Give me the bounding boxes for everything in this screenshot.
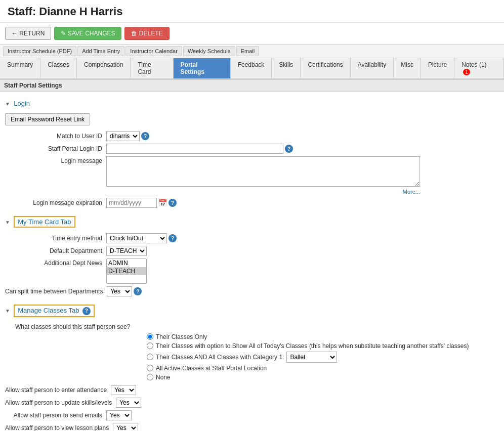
- allow-lesson-row: Allow staff person to view lesson plans …: [5, 423, 499, 432]
- manage-classes-help[interactable]: ?: [82, 307, 91, 315]
- calendar-icon[interactable]: 📅: [158, 199, 167, 207]
- match-user-id-row: Match to User ID diharris ?: [5, 131, 499, 141]
- can-split-select[interactable]: Yes No: [107, 286, 132, 296]
- delete-button[interactable]: 🗑 DELETE: [124, 27, 169, 40]
- radio-show-all-input[interactable]: [147, 342, 153, 349]
- login-message-label: Login message: [5, 156, 106, 164]
- toolbar-link-instructor-schedule[interactable]: Instructor Schedule (PDF): [3, 46, 76, 56]
- default-dept-select[interactable]: D-TEACH: [106, 246, 147, 256]
- time-entry-help[interactable]: ?: [169, 234, 177, 242]
- time-entry-select[interactable]: Clock In/Out: [106, 233, 167, 243]
- radio-all-active-label: All Active Classes at Staff Portal Locat…: [156, 365, 267, 372]
- radio-none: None: [147, 374, 499, 381]
- login-message-textarea[interactable]: [106, 156, 420, 187]
- allow-lesson-label: Allow staff person to view lesson plans: [5, 424, 113, 432]
- radio-their-classes-only-label: Their Classes Only: [156, 333, 207, 340]
- radio-none-input[interactable]: [147, 374, 153, 380]
- allow-emails-label: Allow staff person to send emails: [5, 412, 106, 419]
- additional-dept-label: Additional Dept News: [5, 258, 106, 267]
- match-user-id-select[interactable]: diharris: [106, 131, 140, 141]
- radio-their-classes-only: Their Classes Only: [147, 333, 499, 340]
- notes-badge: 1: [463, 69, 470, 75]
- login-expiration-row: Login message expiration 📅 ?: [5, 198, 499, 208]
- time-card-section: ▼ My Time Card Tab Time entry method Clo…: [5, 213, 499, 296]
- return-button[interactable]: ← RETURN: [5, 27, 51, 40]
- tab-notes[interactable]: Notes (1) 1: [454, 58, 504, 78]
- radio-all-active: All Active Classes at Staff Portal Locat…: [147, 365, 499, 372]
- time-card-collapse-arrow[interactable]: ▼: [5, 220, 10, 225]
- radio-category: Their Classes AND All Classes with Categ…: [147, 352, 499, 363]
- match-user-id-label: Match to User ID: [5, 133, 106, 140]
- save-button[interactable]: ✎ SAVE CHANGES: [54, 27, 121, 40]
- radio-all-active-input[interactable]: [147, 365, 153, 371]
- staff-portal-login-row: Staff Portal Login ID ?: [5, 144, 499, 154]
- tab-classes[interactable]: Classes: [40, 58, 77, 78]
- toolbar-link-add-time-entry[interactable]: Add Time Entry: [77, 46, 124, 56]
- allow-attendance-label: Allow staff person to enter attendance: [5, 386, 111, 394]
- classes-question: What classes should this staff person se…: [15, 323, 499, 330]
- login-expiration-label: Login message expiration: [5, 199, 106, 206]
- tab-feedback[interactable]: Feedback: [231, 58, 272, 78]
- login-section: ▼ Login Email Password Reset Link Match …: [5, 97, 499, 208]
- additional-dept-list[interactable]: ADMIN D-TEACH: [106, 258, 147, 284]
- login-collapse-arrow[interactable]: ▼: [5, 101, 10, 107]
- match-user-id-help[interactable]: ?: [141, 132, 149, 140]
- radio-show-all: Their Classes with option to Show All of…: [147, 342, 499, 350]
- toolbar-link-weekly-schedule[interactable]: Weekly Schedule: [183, 46, 235, 56]
- login-section-title[interactable]: Login: [14, 100, 30, 107]
- login-expiration-input[interactable]: [106, 198, 157, 208]
- classes-radio-group: Their Classes Only Their Classes with op…: [147, 333, 499, 381]
- allow-emails-row: Allow staff person to send emails YesNo: [5, 410, 499, 420]
- section-header: Staff Portal Settings: [0, 79, 504, 92]
- allow-lesson-select[interactable]: YesNo: [113, 423, 138, 432]
- staff-portal-login-help[interactable]: ?: [285, 145, 293, 153]
- tab-availability[interactable]: Availability: [351, 58, 394, 78]
- radio-category-label: Their Classes AND All Classes with Categ…: [156, 354, 284, 361]
- tab-compensation[interactable]: Compensation: [77, 58, 131, 78]
- time-card-section-title[interactable]: My Time Card Tab: [14, 216, 75, 228]
- login-message-row: Login message More...: [5, 156, 499, 195]
- toolbar-links: Instructor Schedule (PDF) Add Time Entry…: [0, 45, 504, 58]
- main-content: ▼ Login Email Password Reset Link Match …: [0, 93, 504, 431]
- toolbar-link-instructor-calendar[interactable]: Instructor Calendar: [125, 46, 182, 56]
- radio-show-all-label: Their Classes with option to Show All of…: [156, 342, 469, 350]
- page-header: Staff: Dianne H Harris: [0, 0, 504, 23]
- allow-emails-select[interactable]: YesNo: [106, 410, 132, 420]
- manage-classes-collapse-arrow[interactable]: ▼: [5, 308, 10, 314]
- expiration-help[interactable]: ?: [169, 199, 177, 207]
- allow-skills-row: Allow staff person to update skills/leve…: [5, 398, 499, 408]
- page-title: Staff: Dianne H Harris: [8, 5, 496, 18]
- staff-portal-login-label: Staff Portal Login ID: [5, 145, 106, 152]
- staff-portal-login-input[interactable]: [106, 144, 283, 154]
- toolbar-link-email[interactable]: Email: [236, 46, 260, 56]
- time-entry-row: Time entry method Clock In/Out ?: [5, 233, 499, 243]
- default-dept-label: Default Department: [5, 247, 106, 254]
- tabs: Summary Classes Compensation Time Card P…: [0, 58, 504, 79]
- manage-classes-section-title[interactable]: Manage Classes Tab ?: [14, 305, 95, 317]
- tab-portal-settings[interactable]: Portal Settings: [174, 58, 231, 78]
- additional-dept-row: Additional Dept News ADMIN D-TEACH: [5, 258, 499, 284]
- time-entry-label: Time entry method: [5, 235, 106, 242]
- can-split-label: Can split time between Departments: [5, 288, 107, 295]
- can-split-help[interactable]: ?: [134, 287, 142, 295]
- default-dept-row: Default Department D-TEACH: [5, 246, 499, 256]
- allow-skills-label: Allow staff person to update skills/leve…: [5, 399, 116, 406]
- allow-skills-select[interactable]: YesNo: [116, 398, 141, 408]
- radio-none-label: None: [156, 374, 171, 381]
- allow-attendance-select[interactable]: YesNo: [111, 385, 136, 395]
- tab-certifications[interactable]: Certifications: [301, 58, 350, 78]
- radio-their-classes-only-input[interactable]: [147, 333, 153, 340]
- allow-attendance-row: Allow staff person to enter attendance Y…: [5, 385, 499, 395]
- more-link[interactable]: More...: [403, 189, 420, 195]
- radio-category-input[interactable]: [147, 354, 153, 360]
- tab-skills[interactable]: Skills: [272, 58, 301, 78]
- category-select[interactable]: Ballet: [286, 352, 337, 363]
- email-reset-button[interactable]: Email Password Reset Link: [5, 113, 90, 125]
- toolbar: ← RETURN ✎ SAVE CHANGES 🗑 DELETE: [0, 23, 504, 45]
- can-split-row: Can split time between Departments Yes N…: [5, 286, 499, 296]
- manage-classes-section: ▼ Manage Classes Tab ? What classes shou…: [5, 301, 499, 431]
- tab-summary[interactable]: Summary: [0, 58, 40, 78]
- tab-misc[interactable]: Misc: [394, 58, 421, 78]
- tab-picture[interactable]: Picture: [421, 58, 454, 78]
- tab-time-card[interactable]: Time Card: [131, 58, 173, 78]
